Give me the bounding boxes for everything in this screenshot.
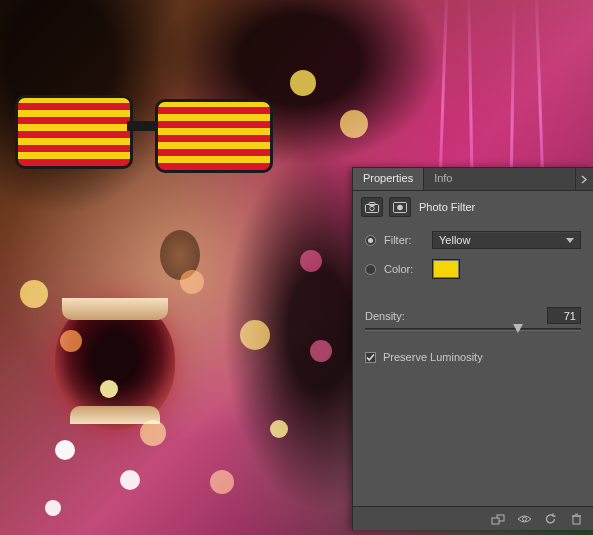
filter-dropdown[interactable]: Yellow <box>432 231 581 249</box>
tab-info[interactable]: Info <box>424 168 462 190</box>
adjustment-title: Photo Filter <box>419 201 475 213</box>
preserve-luminosity-label: Preserve Luminosity <box>383 351 483 363</box>
adjustment-header: Photo Filter <box>353 191 593 221</box>
chevron-down-icon <box>566 238 574 243</box>
reset-icon <box>544 513 557 525</box>
camera-icon <box>365 202 379 213</box>
mask-icon <box>393 202 407 213</box>
delete-button[interactable] <box>565 510 587 528</box>
density-slider[interactable] <box>365 328 581 331</box>
mask-icon-button[interactable] <box>389 197 411 217</box>
density-label: Density: <box>365 310 405 322</box>
view-previous-button[interactable] <box>513 510 535 528</box>
trash-icon <box>571 513 582 525</box>
color-radio[interactable] <box>365 264 376 275</box>
preserve-luminosity-checkbox[interactable] <box>365 352 376 363</box>
svg-point-7 <box>522 517 526 521</box>
adjustment-icon-button[interactable] <box>361 197 383 217</box>
reset-button[interactable] <box>539 510 561 528</box>
svg-point-2 <box>370 206 374 210</box>
color-swatch[interactable] <box>432 259 460 279</box>
panel-menu-button[interactable] <box>575 168 593 190</box>
svg-rect-8 <box>573 516 580 524</box>
properties-panel: Properties Info Photo Filter Filter: Yel… <box>352 167 593 530</box>
check-icon <box>366 353 375 362</box>
svg-point-4 <box>397 204 403 210</box>
filter-label: Filter: <box>384 234 424 246</box>
clip-icon <box>491 513 505 525</box>
eye-icon <box>517 514 532 524</box>
chevron-right-icon <box>581 175 588 184</box>
density-slider-thumb[interactable] <box>513 324 523 333</box>
color-label: Color: <box>384 263 424 275</box>
filter-dropdown-value: Yellow <box>439 234 470 246</box>
panel-tabs: Properties Info <box>353 168 593 191</box>
svg-rect-6 <box>492 518 499 524</box>
filter-radio[interactable] <box>365 235 376 246</box>
clip-to-layer-button[interactable] <box>487 510 509 528</box>
density-value-field[interactable]: 71 <box>547 307 581 324</box>
panel-footer <box>353 506 593 530</box>
tab-properties[interactable]: Properties <box>353 168 424 190</box>
